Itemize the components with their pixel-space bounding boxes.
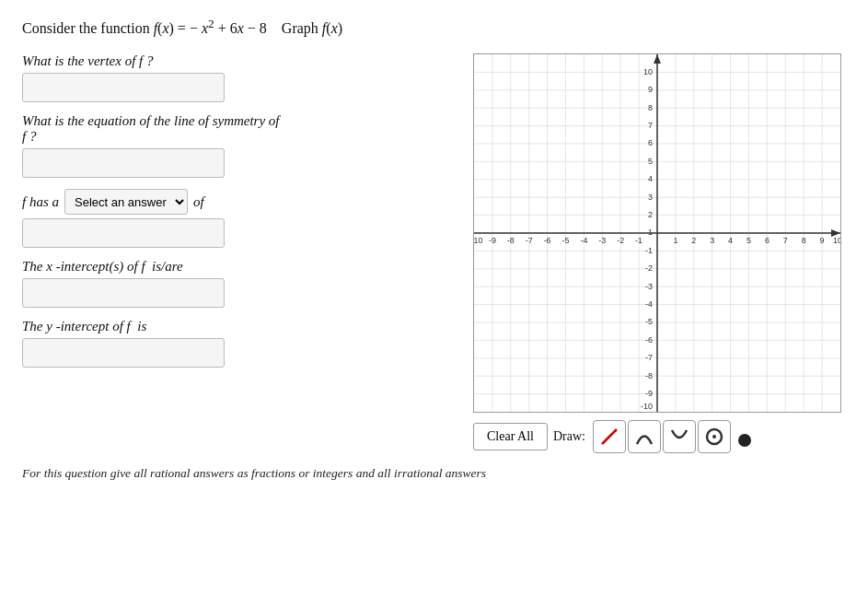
svg-text:-7: -7 bbox=[645, 354, 653, 363]
svg-text:1: 1 bbox=[673, 236, 677, 245]
svg-text:4: 4 bbox=[648, 175, 653, 184]
right-panel: -9 -8 -7 -6 -5 -4 -3 -2 -1 1 2 3 4 5 bbox=[473, 53, 846, 453]
arc-tool-button[interactable] bbox=[628, 420, 661, 453]
svg-text:-4: -4 bbox=[645, 299, 653, 309]
svg-text:9: 9 bbox=[820, 236, 825, 245]
svg-point-84 bbox=[712, 435, 716, 438]
clear-all-button[interactable]: Clear All bbox=[473, 423, 548, 450]
header-text: Consider the function bbox=[22, 20, 150, 36]
minmax-select[interactable]: Select an answer minimum maximum bbox=[64, 189, 188, 215]
svg-text:-7: -7 bbox=[526, 236, 533, 245]
draw-label: Draw: bbox=[553, 429, 585, 444]
svg-text:10: 10 bbox=[643, 67, 653, 76]
x-intercept-block: The x -intercept(s) of f is/are bbox=[22, 259, 473, 308]
y-intercept-input[interactable] bbox=[22, 338, 225, 368]
symmetry-label: What is the equation of the line of symm… bbox=[22, 113, 473, 145]
vertex-block: What is the vertex of f ? bbox=[22, 53, 473, 102]
svg-text:1: 1 bbox=[648, 228, 653, 238]
svg-text:-5: -5 bbox=[645, 318, 653, 327]
svg-text:-2: -2 bbox=[617, 236, 624, 245]
svg-text:-3: -3 bbox=[645, 282, 653, 291]
svg-text:-6: -6 bbox=[645, 335, 653, 345]
svg-text:6: 6 bbox=[765, 236, 770, 245]
graph-svg[interactable]: -9 -8 -7 -6 -5 -4 -3 -2 -1 1 2 3 4 5 bbox=[474, 54, 840, 412]
question-header: Consider the function f(x) = − x2 + 6x −… bbox=[22, 17, 846, 37]
graph-container: -9 -8 -7 -6 -5 -4 -3 -2 -1 1 2 3 4 5 bbox=[473, 53, 841, 413]
svg-text:-10: -10 bbox=[641, 402, 653, 411]
vertex-label: What is the vertex of f ? bbox=[22, 53, 473, 69]
function-expression: f(x) = − x2 + 6x − 8 bbox=[154, 20, 267, 36]
svg-text:8: 8 bbox=[802, 236, 806, 245]
svg-text:-10: -10 bbox=[474, 236, 482, 245]
svg-marker-40 bbox=[654, 54, 661, 64]
svg-text:5: 5 bbox=[746, 236, 751, 245]
svg-text:-8: -8 bbox=[507, 236, 515, 245]
minmax-label-suffix: of bbox=[193, 194, 204, 210]
svg-text:8: 8 bbox=[648, 103, 653, 112]
svg-text:10: 10 bbox=[833, 236, 840, 245]
svg-text:7: 7 bbox=[648, 121, 653, 130]
graph-toolbar: Clear All Draw: bbox=[473, 420, 751, 453]
bullet-point bbox=[738, 434, 751, 447]
minmax-input[interactable] bbox=[22, 218, 225, 248]
svg-text:3: 3 bbox=[648, 193, 653, 202]
svg-text:-3: -3 bbox=[598, 236, 606, 245]
svg-text:-2: -2 bbox=[645, 264, 653, 274]
symmetry-input[interactable] bbox=[22, 148, 225, 178]
svg-text:7: 7 bbox=[783, 236, 788, 245]
graph-instruction: Graph f(x) bbox=[282, 20, 342, 36]
vertex-input[interactable] bbox=[22, 73, 225, 102]
svg-text:2: 2 bbox=[691, 236, 696, 245]
svg-text:5: 5 bbox=[648, 157, 653, 166]
symmetry-block: What is the equation of the line of symm… bbox=[22, 113, 473, 178]
svg-text:-8: -8 bbox=[645, 371, 653, 380]
svg-text:4: 4 bbox=[728, 236, 733, 245]
svg-text:-5: -5 bbox=[562, 236, 570, 245]
svg-text:-1: -1 bbox=[635, 236, 642, 245]
main-layout: What is the vertex of f ? What is the eq… bbox=[22, 53, 846, 453]
svg-text:-1: -1 bbox=[645, 246, 653, 255]
svg-text:9: 9 bbox=[648, 86, 653, 95]
svg-text:-6: -6 bbox=[544, 236, 551, 245]
line-tool-button[interactable] bbox=[593, 420, 626, 453]
svg-text:6: 6 bbox=[648, 139, 653, 148]
footer-text: For this question give all rational answ… bbox=[22, 466, 846, 481]
svg-line-82 bbox=[602, 429, 617, 444]
svg-text:-9: -9 bbox=[645, 389, 653, 398]
y-intercept-label: The y -intercept of f is bbox=[22, 319, 473, 334]
svg-text:3: 3 bbox=[710, 236, 714, 245]
parabola-tool-button[interactable] bbox=[663, 420, 696, 453]
svg-text:-9: -9 bbox=[489, 236, 496, 245]
page-wrapper: Consider the function f(x) = − x2 + 6x −… bbox=[22, 17, 846, 481]
draw-tools bbox=[593, 420, 731, 453]
circle-tool-button[interactable] bbox=[698, 420, 731, 453]
x-intercept-input[interactable] bbox=[22, 278, 225, 308]
minmax-label-prefix: f has a bbox=[22, 194, 59, 210]
left-panel: What is the vertex of f ? What is the eq… bbox=[22, 53, 473, 453]
minmax-row: f has a Select an answer minimum maximum… bbox=[22, 189, 473, 215]
svg-text:-4: -4 bbox=[580, 236, 587, 245]
y-intercept-block: The y -intercept of f is bbox=[22, 319, 473, 368]
x-intercept-label: The x -intercept(s) of f is/are bbox=[22, 259, 473, 275]
svg-text:2: 2 bbox=[648, 210, 653, 219]
minmax-block: f has a Select an answer minimum maximum… bbox=[22, 189, 473, 248]
